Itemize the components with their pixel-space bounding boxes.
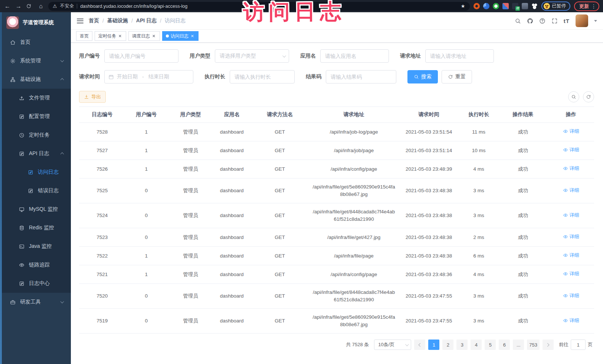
logo-image [6, 16, 19, 29]
extension-shield-icon[interactable] [483, 3, 489, 9]
github-icon[interactable] [527, 18, 533, 24]
close-icon[interactable] [118, 34, 122, 38]
fullscreen-icon[interactable] [551, 18, 558, 24]
sidebar-item-home[interactable]: 首页 [2, 33, 71, 52]
detail-link[interactable]: 详细 [563, 187, 579, 194]
close-icon[interactable] [190, 34, 195, 38]
sidebar-item-system-management[interactable]: 系统管理 [2, 52, 71, 70]
table-cell: 2021-05-03 23:47:55 [398, 309, 460, 334]
table-cell: 管理员 [167, 203, 213, 228]
tab-home[interactable]: 首页 [76, 31, 92, 41]
forward-icon[interactable]: → [15, 3, 22, 9]
browser-menu-icon[interactable]: ⋮ [591, 3, 596, 9]
security-label: 不安全 [60, 3, 74, 9]
extension-green-icon[interactable] [493, 3, 499, 9]
table-refresh-button[interactable] [583, 91, 594, 102]
sidebar-item-access-log[interactable]: 访问日志 [2, 163, 71, 181]
sidebar-item-redis-monitor[interactable]: Redis 监控 [2, 219, 71, 237]
detail-link[interactable]: 详细 [563, 233, 579, 240]
extensions-puzzle-icon[interactable] [531, 3, 538, 9]
sidebar-item-java-monitor[interactable]: Java 监控 [2, 237, 71, 256]
detail-link[interactable]: 详细 [563, 146, 579, 154]
column-header: 用户类型 [167, 107, 213, 123]
tab-access-log[interactable]: 访问日志 [162, 31, 199, 41]
table-cell: 成功 [498, 123, 548, 141]
back-icon[interactable]: ← [4, 3, 11, 9]
table-row: 75240管理员dashboardGET/api/infra/file/get/… [79, 203, 594, 228]
table-row: 75200管理员dashboardGET/api/infra/file/get/… [79, 284, 594, 309]
next-page-button[interactable] [543, 340, 554, 350]
expand-icon [551, 18, 558, 24]
duration-input[interactable] [230, 70, 295, 83]
sidebar-item-trace[interactable]: 链路追踪 [2, 256, 71, 274]
sidebar-item-api-log[interactable]: API 日志 [2, 144, 71, 163]
page-size-select[interactable]: 10条/页 [374, 340, 411, 350]
close-icon[interactable] [152, 34, 156, 38]
avatar-caret-icon[interactable] [594, 20, 597, 23]
toggle-search-button[interactable] [568, 91, 579, 102]
tab-scheduled-jobs[interactable]: 定时任务 [95, 31, 126, 41]
profile-paused-chip[interactable]: 已暂停 [541, 1, 571, 11]
sidebar-item-file-management[interactable]: 文件管理 [2, 89, 71, 107]
update-button[interactable]: 更新 ⋮ [574, 1, 599, 11]
question-icon [539, 18, 545, 24]
sidebar-item-error-log[interactable]: 错误日志 [2, 181, 71, 200]
page-button-3[interactable]: 3 [456, 340, 468, 350]
table-cell: dashboard [214, 247, 250, 265]
detail-link[interactable]: 详细 [563, 128, 579, 135]
prev-page-button[interactable] [414, 340, 425, 350]
table-cell: /api/infra/file/page [309, 247, 398, 265]
header-search-icon[interactable] [515, 18, 521, 24]
sidebar-item-infrastructure[interactable]: 基础设施 [2, 70, 71, 89]
breadcrumb-item[interactable]: API 日志 [136, 17, 157, 24]
address-bar[interactable]: ⚠ 不安全 dashboard.yudao.iocoder.cn/infra/l… [48, 2, 470, 11]
font-size-icon[interactable]: tT [564, 18, 570, 24]
page-button-5[interactable]: 5 [485, 340, 496, 350]
sidebar-item-scheduled-jobs[interactable]: 定时任务 [2, 126, 71, 144]
detail-link[interactable]: 详细 [563, 165, 579, 172]
extension-gray-icon[interactable] [522, 3, 528, 9]
page-button-6[interactable]: 6 [499, 340, 510, 350]
user-type-select[interactable]: 请选择用户类型 [215, 49, 289, 63]
extension-orange-icon[interactable] [473, 3, 480, 9]
request-time-range-picker[interactable]: 开始日期 - 结束日期 [104, 70, 193, 83]
browser-home-icon[interactable]: ⌂ [37, 3, 45, 9]
table-cell: 4 ms [459, 160, 498, 178]
app-logo[interactable]: 芋道管理系统 [2, 12, 71, 33]
request-url-input[interactable] [425, 49, 494, 63]
export-button[interactable]: 导出 [79, 91, 106, 103]
reload-icon[interactable] [26, 3, 33, 9]
sidebar-item-log-center[interactable]: 日志中心 [2, 274, 71, 293]
sidebar-item-mysql-monitor[interactable]: MySQL 监控 [2, 200, 71, 219]
start-date-placeholder: 开始日期 [117, 73, 138, 80]
tab-job-log[interactable]: 调度日志 [128, 31, 160, 41]
view-icon [563, 234, 568, 239]
hamburger-icon[interactable] [77, 19, 83, 23]
detail-link[interactable]: 详细 [563, 211, 579, 219]
breadcrumb-item[interactable]: 基础设施 [107, 17, 128, 24]
user-id-input[interactable] [104, 49, 178, 63]
app-name-input[interactable] [320, 49, 389, 63]
user-avatar[interactable] [576, 14, 588, 27]
detail-link[interactable]: 详细 [563, 317, 579, 324]
search-button[interactable]: 搜索 [407, 70, 438, 83]
detail-link[interactable]: 详细 [563, 292, 579, 299]
help-icon[interactable] [539, 18, 545, 24]
extension-grid-icon[interactable] [502, 3, 509, 9]
sidebar-item-dev-tools[interactable]: 研发工具 [2, 293, 71, 311]
breadcrumb-item[interactable]: 首页 [89, 17, 99, 24]
detail-link[interactable]: 详细 [563, 270, 579, 278]
bookmark-star-icon[interactable]: ★ [461, 3, 465, 9]
detail-link[interactable]: 详细 [563, 252, 579, 259]
page-ellipsis[interactable]: ... [513, 340, 524, 350]
result-code-input[interactable] [326, 70, 396, 83]
page-button-1[interactable]: 1 [428, 340, 439, 350]
range-separator: - [141, 74, 145, 80]
sidebar-item-config-management[interactable]: 配置管理 [2, 107, 71, 126]
reset-button[interactable]: 重置 [442, 70, 472, 83]
page-button-4[interactable]: 4 [471, 340, 482, 350]
page-button-753[interactable]: 753 [527, 340, 540, 350]
table-cell: 7520 [79, 284, 125, 309]
goto-page-input[interactable] [571, 340, 586, 350]
page-button-2[interactable]: 2 [442, 340, 453, 350]
